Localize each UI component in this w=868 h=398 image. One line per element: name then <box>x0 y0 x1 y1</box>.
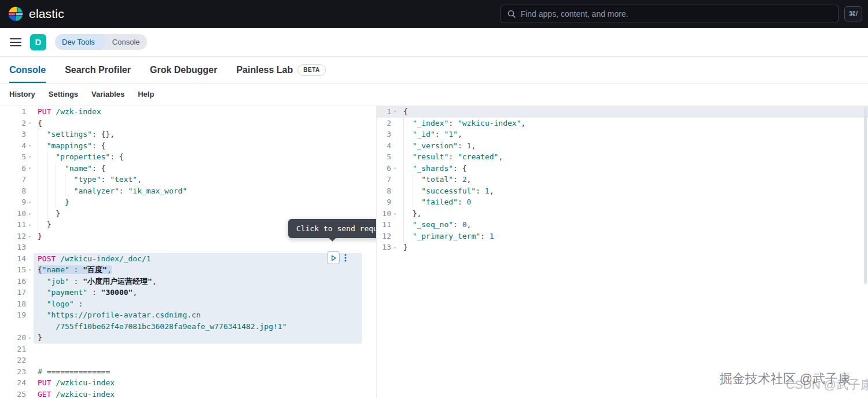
tab-grok-debugger[interactable]: Grok Debugger <box>150 57 217 83</box>
code-line[interactable]: 10▴} <box>0 208 376 220</box>
code-line[interactable]: 6▾"name": { <box>0 163 376 174</box>
elastic-logo[interactable] <box>8 6 23 21</box>
fold-widget-icon[interactable]: ▴ <box>391 242 399 253</box>
code-line[interactable]: 25GET /wzkicu-index <box>0 389 376 398</box>
code-line[interactable]: 19"https://profile-avatar.csdnimg.cn <box>0 309 376 321</box>
fold-widget-icon[interactable]: ▾ <box>391 106 399 118</box>
line-number: 8 <box>0 185 34 197</box>
fold-widget-icon[interactable]: ▾ <box>26 151 34 163</box>
line-number: 9 <box>377 196 399 208</box>
response-output-lines: 1▾{2"_index": "wzkicu-index",3"_id": "1"… <box>377 105 868 253</box>
code-line[interactable]: 2▾{ <box>0 118 376 129</box>
console-menu-settings[interactable]: Settings <box>49 90 78 98</box>
code-line[interactable]: 3"settings": {}, <box>0 129 376 140</box>
line-number: 8 <box>377 185 399 197</box>
code-line[interactable]: 15▾{"name" : "百度", <box>0 264 376 276</box>
console-menu-variables[interactable]: Variables <box>91 90 124 98</box>
code-line[interactable]: 23# ============== <box>0 366 376 378</box>
fold-widget-icon[interactable]: ▾ <box>26 163 34 174</box>
global-search[interactable] <box>501 5 838 23</box>
line-number: 9▴ <box>0 196 34 208</box>
console-menu-history[interactable]: History <box>9 90 35 98</box>
code-line[interactable]: 4▾"mappings": { <box>0 140 376 152</box>
menu-icon[interactable] <box>10 38 21 46</box>
fold-widget-icon[interactable]: ▴ <box>391 208 399 220</box>
text-selection: {"name" : "百度", <box>38 265 112 274</box>
line-number: 21 <box>0 344 34 355</box>
fold-widget-icon[interactable]: ▴ <box>26 208 34 220</box>
code-line[interactable]: 24PUT /wzkicu-index <box>0 377 376 389</box>
code-line[interactable]: 5▾"properties": { <box>0 151 376 163</box>
line-number <box>0 321 34 333</box>
tooltip-text: Click to send request <box>296 224 376 233</box>
code-line[interactable]: 22 <box>0 355 376 366</box>
devtools-tabs: Console Search Profiler Grok Debugger Pa… <box>0 57 868 83</box>
fold-widget-icon[interactable]: ▴ <box>26 332 34 344</box>
breadcrumb-dev-tools[interactable]: Dev Tools <box>55 34 102 50</box>
line-number: 20▴ <box>0 332 34 344</box>
code-line: 13▴} <box>377 242 868 253</box>
fold-widget-icon[interactable]: ▾ <box>391 163 399 174</box>
code-line[interactable]: 7"type": "text", <box>0 174 376 185</box>
code-line[interactable]: 9▴} <box>0 196 376 208</box>
code-line[interactable]: 8"analyzer": "ik_max_word" <box>0 185 376 197</box>
console-menu-bar: History Settings Variables Help <box>0 83 868 105</box>
line-number: 5▾ <box>0 151 34 163</box>
fold-widget-icon[interactable]: ▾ <box>26 118 34 129</box>
code-line[interactable]: 14POST /wzkicu-index/_doc/1 <box>0 253 376 265</box>
breadcrumb-bar: D Dev Tools Console <box>0 28 868 57</box>
code-line[interactable]: 17"payment" : "30000", <box>0 287 376 298</box>
line-number: 10▴ <box>377 208 399 220</box>
request-editor-pane[interactable]: 1PUT /wzk-index2▾{3"settings": {},4▾"map… <box>0 105 376 398</box>
brand-name: elastic <box>29 7 64 21</box>
beta-badge: BETA <box>297 64 325 76</box>
code-line: 1▾{ <box>377 106 868 118</box>
code-line: 3"_id": "1", <box>377 129 868 140</box>
line-number: 17 <box>0 287 34 298</box>
line-number: 10▴ <box>0 208 34 220</box>
request-options-icon[interactable] <box>342 252 349 264</box>
tab-search-profiler[interactable]: Search Profiler <box>65 57 131 83</box>
code-line[interactable]: 13 <box>0 242 376 253</box>
tab-label: Console <box>9 65 46 75</box>
tab-console[interactable]: Console <box>9 57 46 83</box>
code-line: 5"result": "created", <box>377 151 868 163</box>
search-input[interactable] <box>521 9 832 19</box>
code-line[interactable]: /755ff10be62f4e7081bc36028fa9eafe_w77634… <box>0 321 376 333</box>
fold-widget-icon[interactable]: ▴ <box>26 219 34 231</box>
line-number: 5 <box>377 151 399 163</box>
code-line[interactable]: 16"job" : "小度用户运营经理", <box>0 276 376 287</box>
line-number: 15▾ <box>0 264 34 276</box>
devtools-app-icon[interactable]: D <box>30 34 46 50</box>
line-number: 2 <box>377 118 399 129</box>
line-number: 1▾ <box>377 106 399 118</box>
code-line: 4"_version": 1, <box>377 140 868 152</box>
fold-widget-icon[interactable]: ▾ <box>26 264 34 276</box>
watermark-juejin: 掘金技术社区 @武子康 <box>720 370 851 388</box>
tab-painless-lab[interactable]: Painless Lab BETA <box>236 57 325 83</box>
scrollbar[interactable] <box>864 107 867 284</box>
fold-widget-icon[interactable]: ▴ <box>26 231 34 242</box>
breadcrumb-console: Console <box>102 34 147 50</box>
console-editor: 1PUT /wzk-index2▾{3"settings": {},4▾"map… <box>0 105 868 398</box>
line-number: 23 <box>0 366 34 378</box>
console-menu-help[interactable]: Help <box>138 90 154 98</box>
code-line[interactable]: 1PUT /wzk-index <box>0 106 376 118</box>
code-line[interactable]: 20▴} <box>0 332 376 344</box>
line-number: 3 <box>377 129 399 140</box>
line-number: 4▾ <box>0 140 34 152</box>
code-line[interactable]: 18"logo" : <box>0 298 376 310</box>
code-line[interactable]: 21 <box>0 344 376 355</box>
line-number: 2▾ <box>0 118 34 129</box>
line-number: 11▴ <box>0 219 34 231</box>
response-pane: 1▾{2"_index": "wzkicu-index",3"_id": "1"… <box>376 105 868 398</box>
fold-widget-icon[interactable]: ▾ <box>26 140 34 152</box>
send-request-button[interactable] <box>327 251 340 264</box>
line-number: 4 <box>377 140 399 152</box>
request-editor-lines: 1PUT /wzk-index2▾{3"settings": {},4▾"map… <box>0 105 376 398</box>
fold-widget-icon[interactable]: ▴ <box>26 196 34 208</box>
code-line: 11"_seq_no": 0, <box>377 219 868 231</box>
line-number: 11 <box>377 219 399 231</box>
line-number: 1 <box>0 106 34 118</box>
line-number: 14 <box>0 253 34 265</box>
